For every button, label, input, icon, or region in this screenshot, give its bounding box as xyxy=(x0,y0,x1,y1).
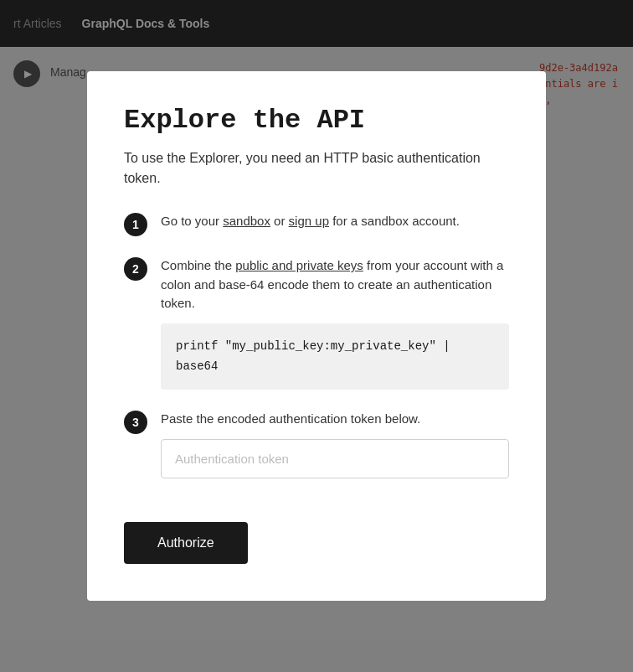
modal-subtitle: To use the Explorer, you need an HTTP ba… xyxy=(124,148,509,189)
steps-list: 1 Go to your sandbox or sign up for a sa… xyxy=(124,212,509,478)
step-2: 2 Combine the public and private keys fr… xyxy=(124,256,509,390)
code-text: printf "my_public_key:my_private_key" | … xyxy=(176,337,494,377)
signup-link[interactable]: sign up xyxy=(289,214,329,228)
step-3-content: Paste the encoded authentication token b… xyxy=(161,410,509,478)
step-1-content: Go to your sandbox or sign up for a sand… xyxy=(161,212,509,231)
step-3: 3 Paste the encoded authentication token… xyxy=(124,410,509,478)
modal-title: Explore the API xyxy=(124,105,509,137)
modal: Explore the API To use the Explorer, you… xyxy=(87,71,546,601)
step-3-text: Paste the encoded authentication token b… xyxy=(161,410,509,429)
authorize-button[interactable]: Authorize xyxy=(124,522,248,564)
step-2-content: Combine the public and private keys from… xyxy=(161,256,509,390)
step-1: 1 Go to your sandbox or sign up for a sa… xyxy=(124,212,509,236)
step-number-3: 3 xyxy=(124,411,147,434)
keys-link[interactable]: public and private keys xyxy=(235,258,363,272)
step-number-2: 2 xyxy=(124,257,147,281)
token-input[interactable] xyxy=(161,439,509,478)
sandbox-link[interactable]: sandbox xyxy=(223,214,270,228)
code-block: printf "my_public_key:my_private_key" | … xyxy=(161,323,509,390)
modal-overlay: Explore the API To use the Explorer, you… xyxy=(0,0,633,672)
step-1-text: Go to your sandbox or sign up for a sand… xyxy=(161,212,509,231)
step-2-text: Combine the public and private keys from… xyxy=(161,256,509,313)
step-number-1: 1 xyxy=(124,213,147,236)
